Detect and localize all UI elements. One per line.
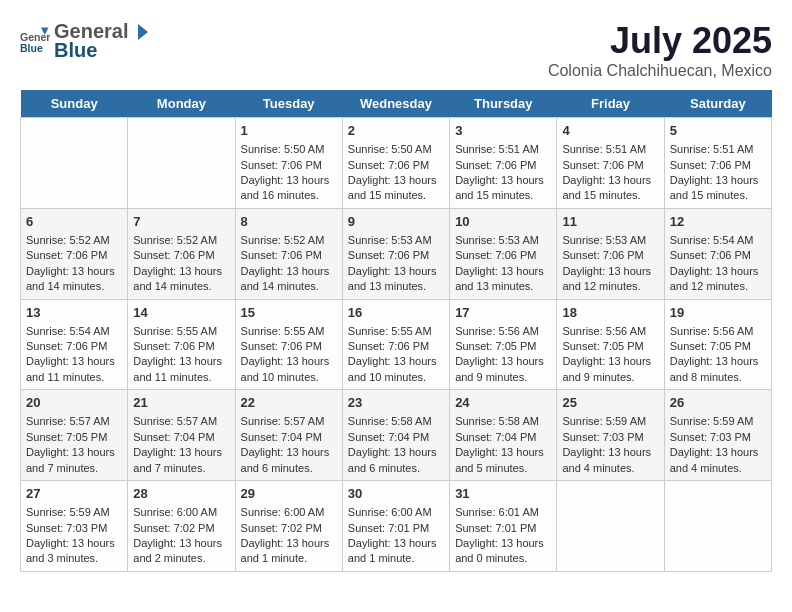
calendar-cell: 22Sunrise: 5:57 AMSunset: 7:04 PMDayligh… [235, 390, 342, 481]
day-detail: Sunrise: 5:59 AM [562, 414, 658, 429]
day-number: 27 [26, 485, 122, 503]
day-detail: Daylight: 13 hours and 12 minutes. [562, 264, 658, 295]
day-detail: Daylight: 13 hours and 15 minutes. [348, 173, 444, 204]
day-detail: Sunrise: 6:00 AM [133, 505, 229, 520]
day-detail: Daylight: 13 hours and 9 minutes. [562, 354, 658, 385]
calendar-cell [21, 118, 128, 209]
page-header: General Blue General Blue July 2025 Colo… [20, 20, 772, 80]
day-detail: Sunrise: 6:01 AM [455, 505, 551, 520]
calendar-cell: 27Sunrise: 5:59 AMSunset: 7:03 PMDayligh… [21, 481, 128, 572]
calendar-cell: 1Sunrise: 5:50 AMSunset: 7:06 PMDaylight… [235, 118, 342, 209]
day-header-wednesday: Wednesday [342, 90, 449, 118]
day-number: 18 [562, 304, 658, 322]
day-detail: Daylight: 13 hours and 14 minutes. [241, 264, 337, 295]
day-number: 9 [348, 213, 444, 231]
calendar-cell: 7Sunrise: 5:52 AMSunset: 7:06 PMDaylight… [128, 208, 235, 299]
calendar-cell [128, 118, 235, 209]
day-detail: Sunset: 7:01 PM [455, 521, 551, 536]
day-number: 29 [241, 485, 337, 503]
day-number: 5 [670, 122, 766, 140]
day-detail: Daylight: 13 hours and 11 minutes. [26, 354, 122, 385]
calendar-cell: 18Sunrise: 5:56 AMSunset: 7:05 PMDayligh… [557, 299, 664, 390]
calendar-cell: 29Sunrise: 6:00 AMSunset: 7:02 PMDayligh… [235, 481, 342, 572]
week-row-1: 1Sunrise: 5:50 AMSunset: 7:06 PMDaylight… [21, 118, 772, 209]
calendar-cell: 14Sunrise: 5:55 AMSunset: 7:06 PMDayligh… [128, 299, 235, 390]
day-header-friday: Friday [557, 90, 664, 118]
calendar-table: SundayMondayTuesdayWednesdayThursdayFrid… [20, 90, 772, 572]
calendar-cell: 17Sunrise: 5:56 AMSunset: 7:05 PMDayligh… [450, 299, 557, 390]
week-row-3: 13Sunrise: 5:54 AMSunset: 7:06 PMDayligh… [21, 299, 772, 390]
day-detail: Sunrise: 5:59 AM [670, 414, 766, 429]
calendar-cell: 5Sunrise: 5:51 AMSunset: 7:06 PMDaylight… [664, 118, 771, 209]
calendar-cell: 3Sunrise: 5:51 AMSunset: 7:06 PMDaylight… [450, 118, 557, 209]
day-number: 28 [133, 485, 229, 503]
calendar-cell: 25Sunrise: 5:59 AMSunset: 7:03 PMDayligh… [557, 390, 664, 481]
calendar-cell: 2Sunrise: 5:50 AMSunset: 7:06 PMDaylight… [342, 118, 449, 209]
day-detail: Sunrise: 5:50 AM [348, 142, 444, 157]
day-detail: Daylight: 13 hours and 15 minutes. [670, 173, 766, 204]
calendar-cell: 13Sunrise: 5:54 AMSunset: 7:06 PMDayligh… [21, 299, 128, 390]
day-detail: Sunrise: 5:56 AM [455, 324, 551, 339]
day-detail: Daylight: 13 hours and 13 minutes. [348, 264, 444, 295]
day-detail: Sunrise: 5:55 AM [133, 324, 229, 339]
day-number: 25 [562, 394, 658, 412]
day-detail: Sunset: 7:03 PM [562, 430, 658, 445]
day-header-sunday: Sunday [21, 90, 128, 118]
day-detail: Daylight: 13 hours and 7 minutes. [133, 445, 229, 476]
day-detail: Daylight: 13 hours and 10 minutes. [241, 354, 337, 385]
day-number: 19 [670, 304, 766, 322]
day-detail: Sunrise: 5:59 AM [26, 505, 122, 520]
day-detail: Daylight: 13 hours and 1 minute. [348, 536, 444, 567]
day-detail: Sunset: 7:04 PM [455, 430, 551, 445]
calendar-cell: 24Sunrise: 5:58 AMSunset: 7:04 PMDayligh… [450, 390, 557, 481]
day-detail: Sunrise: 5:56 AM [562, 324, 658, 339]
day-detail: Sunrise: 5:52 AM [26, 233, 122, 248]
week-row-4: 20Sunrise: 5:57 AMSunset: 7:05 PMDayligh… [21, 390, 772, 481]
day-detail: Sunset: 7:02 PM [133, 521, 229, 536]
day-detail: Sunrise: 5:58 AM [348, 414, 444, 429]
calendar-cell [557, 481, 664, 572]
day-detail: Sunset: 7:06 PM [241, 339, 337, 354]
day-detail: Sunset: 7:01 PM [348, 521, 444, 536]
day-detail: Daylight: 13 hours and 1 minute. [241, 536, 337, 567]
day-detail: Sunrise: 5:51 AM [455, 142, 551, 157]
day-header-monday: Monday [128, 90, 235, 118]
day-detail: Daylight: 13 hours and 6 minutes. [241, 445, 337, 476]
day-detail: Daylight: 13 hours and 2 minutes. [133, 536, 229, 567]
day-number: 14 [133, 304, 229, 322]
day-detail: Sunrise: 5:53 AM [562, 233, 658, 248]
day-number: 4 [562, 122, 658, 140]
day-detail: Sunset: 7:03 PM [26, 521, 122, 536]
calendar-cell: 31Sunrise: 6:01 AMSunset: 7:01 PMDayligh… [450, 481, 557, 572]
main-title: July 2025 [548, 20, 772, 62]
day-detail: Sunrise: 6:00 AM [348, 505, 444, 520]
day-detail: Sunrise: 5:55 AM [241, 324, 337, 339]
day-detail: Daylight: 13 hours and 3 minutes. [26, 536, 122, 567]
day-header-tuesday: Tuesday [235, 90, 342, 118]
day-detail: Sunset: 7:06 PM [133, 248, 229, 263]
day-detail: Sunrise: 5:57 AM [26, 414, 122, 429]
day-detail: Sunrise: 5:50 AM [241, 142, 337, 157]
day-detail: Sunset: 7:06 PM [26, 339, 122, 354]
day-detail: Daylight: 13 hours and 5 minutes. [455, 445, 551, 476]
day-detail: Daylight: 13 hours and 9 minutes. [455, 354, 551, 385]
calendar-cell: 21Sunrise: 5:57 AMSunset: 7:04 PMDayligh… [128, 390, 235, 481]
day-detail: Sunrise: 5:52 AM [133, 233, 229, 248]
day-number: 7 [133, 213, 229, 231]
day-detail: Sunrise: 5:58 AM [455, 414, 551, 429]
day-detail: Daylight: 13 hours and 15 minutes. [562, 173, 658, 204]
calendar-cell: 11Sunrise: 5:53 AMSunset: 7:06 PMDayligh… [557, 208, 664, 299]
logo-arrow-icon [130, 22, 150, 42]
logo: General Blue General Blue [20, 20, 150, 62]
day-detail: Sunrise: 5:56 AM [670, 324, 766, 339]
svg-marker-3 [138, 24, 148, 40]
day-number: 3 [455, 122, 551, 140]
day-detail: Sunset: 7:06 PM [133, 339, 229, 354]
day-detail: Daylight: 13 hours and 4 minutes. [670, 445, 766, 476]
day-number: 13 [26, 304, 122, 322]
day-detail: Daylight: 13 hours and 14 minutes. [133, 264, 229, 295]
day-detail: Daylight: 13 hours and 10 minutes. [348, 354, 444, 385]
day-detail: Sunset: 7:05 PM [455, 339, 551, 354]
day-detail: Sunrise: 5:51 AM [670, 142, 766, 157]
day-number: 22 [241, 394, 337, 412]
